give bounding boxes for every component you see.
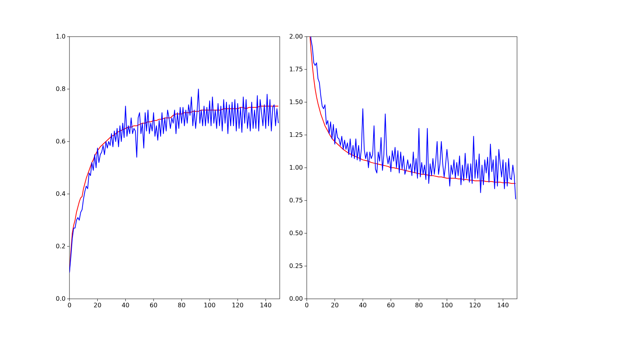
series-blue bbox=[307, 0, 515, 199]
x-tick-label: 140 bbox=[497, 302, 509, 309]
x-tick-label: 120 bbox=[232, 302, 244, 309]
x-tick-label: 60 bbox=[150, 302, 157, 309]
y-tick-label: 1.25 bbox=[289, 131, 303, 138]
x-tick-label: 20 bbox=[331, 302, 338, 309]
x-tick-label: 80 bbox=[177, 302, 185, 309]
y-tick-label: 0.2 bbox=[56, 243, 66, 250]
x-tick-label: 40 bbox=[122, 302, 129, 309]
y-tick-label: 1.75 bbox=[289, 66, 303, 73]
y-tick-label: 0.75 bbox=[289, 197, 303, 204]
chart-container: 0204060801001201400.00.20.40.60.81.00204… bbox=[0, 0, 627, 364]
y-tick-label: 1.0 bbox=[56, 33, 66, 40]
x-tick-label: 0 bbox=[68, 302, 71, 309]
y-tick-label: 0.00 bbox=[289, 295, 303, 302]
x-tick-label: 20 bbox=[93, 302, 101, 309]
y-tick-label: 0.4 bbox=[56, 190, 66, 197]
series-red bbox=[69, 106, 278, 273]
subplot-0: 0204060801001201400.00.20.40.60.81.0 bbox=[56, 33, 280, 309]
series-blue bbox=[69, 89, 278, 273]
y-tick-label: 0.6 bbox=[56, 138, 66, 145]
y-tick-label: 0.8 bbox=[56, 85, 66, 93]
y-tick-label: 0.50 bbox=[289, 229, 303, 237]
x-tick-label: 0 bbox=[305, 302, 309, 309]
x-tick-label: 100 bbox=[204, 302, 216, 309]
plot-frame-0 bbox=[69, 37, 280, 299]
y-tick-label: 0.25 bbox=[289, 262, 303, 270]
x-tick-label: 140 bbox=[260, 302, 272, 309]
x-tick-label: 80 bbox=[415, 302, 423, 309]
x-tick-label: 40 bbox=[359, 302, 367, 309]
y-tick-label: 0.0 bbox=[56, 295, 66, 302]
y-tick-label: 1.00 bbox=[289, 164, 303, 171]
chart-svg: 0204060801001201400.00.20.40.60.81.00204… bbox=[0, 0, 627, 364]
y-tick-label: 2.00 bbox=[289, 33, 303, 40]
x-tick-label: 100 bbox=[441, 302, 453, 309]
y-tick-label: 1.50 bbox=[289, 98, 303, 106]
series-red bbox=[307, 0, 515, 184]
x-tick-label: 120 bbox=[469, 302, 481, 309]
x-tick-label: 60 bbox=[387, 302, 395, 309]
subplot-1: 0204060801001201400.000.250.500.751.001.… bbox=[289, 0, 517, 309]
